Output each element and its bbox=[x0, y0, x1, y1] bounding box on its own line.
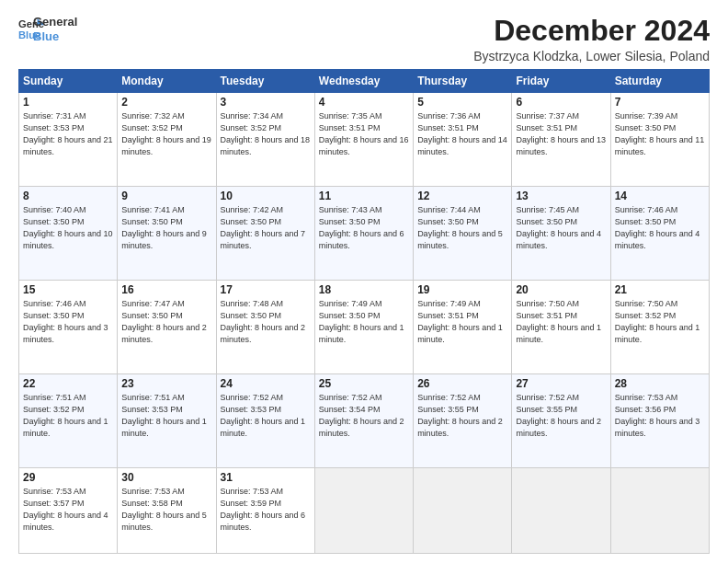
day-info: Sunrise: 7:51 AMSunset: 3:53 PMDaylight:… bbox=[121, 392, 211, 440]
table-row: 22 Sunrise: 7:51 AMSunset: 3:52 PMDaylig… bbox=[19, 373, 118, 467]
table-row: 3 Sunrise: 7:34 AMSunset: 3:52 PMDayligh… bbox=[216, 93, 314, 187]
month-title: December 2024 bbox=[473, 15, 710, 47]
table-row: 24 Sunrise: 7:52 AMSunset: 3:53 PMDaylig… bbox=[216, 373, 314, 467]
table-row bbox=[314, 467, 413, 553]
day-number: 18 bbox=[319, 283, 409, 296]
day-number: 20 bbox=[516, 283, 606, 296]
table-row: 23 Sunrise: 7:51 AMSunset: 3:53 PMDaylig… bbox=[118, 373, 216, 467]
table-row: 1 Sunrise: 7:31 AMSunset: 3:53 PMDayligh… bbox=[19, 93, 118, 187]
table-row: 31 Sunrise: 7:53 AMSunset: 3:59 PMDaylig… bbox=[216, 467, 314, 553]
page: General Blue General Blue December 2024 … bbox=[0, 0, 728, 563]
day-number: 9 bbox=[121, 190, 211, 202]
table-row: 29 Sunrise: 7:53 AMSunset: 3:57 PMDaylig… bbox=[19, 467, 118, 553]
day-number: 22 bbox=[23, 377, 113, 390]
table-row: 4 Sunrise: 7:35 AMSunset: 3:51 PMDayligh… bbox=[314, 93, 413, 187]
logo: General Blue General Blue bbox=[18, 15, 77, 43]
day-info: Sunrise: 7:53 AMSunset: 3:56 PMDaylight:… bbox=[615, 392, 705, 440]
day-number: 23 bbox=[121, 377, 211, 390]
day-info: Sunrise: 7:53 AMSunset: 3:57 PMDaylight:… bbox=[23, 486, 113, 534]
col-saturday: Saturday bbox=[610, 70, 709, 93]
day-info: Sunrise: 7:31 AMSunset: 3:53 PMDaylight:… bbox=[23, 110, 113, 158]
table-row: 10 Sunrise: 7:42 AMSunset: 3:50 PMDaylig… bbox=[216, 187, 314, 281]
day-number: 2 bbox=[121, 96, 211, 109]
day-number: 15 bbox=[23, 283, 113, 296]
logo-line1: General bbox=[33, 15, 77, 29]
col-thursday: Thursday bbox=[414, 70, 512, 93]
col-tuesday: Tuesday bbox=[216, 70, 314, 93]
day-number: 19 bbox=[417, 283, 507, 296]
col-wednesday: Wednesday bbox=[314, 70, 413, 93]
table-row: 19 Sunrise: 7:49 AMSunset: 3:51 PMDaylig… bbox=[414, 280, 512, 373]
calendar-header-row: Sunday Monday Tuesday Wednesday Thursday… bbox=[19, 70, 710, 93]
table-row: 2 Sunrise: 7:32 AMSunset: 3:52 PMDayligh… bbox=[118, 93, 216, 187]
day-info: Sunrise: 7:52 AMSunset: 3:53 PMDaylight:… bbox=[221, 392, 311, 440]
table-row: 15 Sunrise: 7:46 AMSunset: 3:50 PMDaylig… bbox=[19, 280, 118, 373]
day-number: 31 bbox=[221, 471, 311, 484]
table-row: 13 Sunrise: 7:45 AMSunset: 3:50 PMDaylig… bbox=[512, 187, 610, 281]
day-number: 6 bbox=[516, 96, 606, 109]
day-info: Sunrise: 7:42 AMSunset: 3:50 PMDaylight:… bbox=[221, 204, 311, 252]
day-info: Sunrise: 7:47 AMSunset: 3:50 PMDaylight:… bbox=[121, 298, 211, 346]
day-number: 1 bbox=[23, 96, 113, 109]
day-number: 10 bbox=[221, 190, 311, 202]
title-block: December 2024 Bystrzyca Klodzka, Lower S… bbox=[473, 15, 710, 63]
day-info: Sunrise: 7:52 AMSunset: 3:55 PMDaylight:… bbox=[516, 392, 606, 440]
day-info: Sunrise: 7:34 AMSunset: 3:52 PMDaylight:… bbox=[221, 110, 311, 158]
day-number: 26 bbox=[417, 377, 507, 390]
table-row: 8 Sunrise: 7:40 AMSunset: 3:50 PMDayligh… bbox=[19, 187, 118, 281]
day-info: Sunrise: 7:53 AMSunset: 3:58 PMDaylight:… bbox=[121, 486, 211, 534]
table-row: 11 Sunrise: 7:43 AMSunset: 3:50 PMDaylig… bbox=[314, 187, 413, 281]
day-info: Sunrise: 7:49 AMSunset: 3:50 PMDaylight:… bbox=[319, 298, 409, 346]
day-number: 24 bbox=[221, 377, 311, 390]
day-info: Sunrise: 7:50 AMSunset: 3:52 PMDaylight:… bbox=[615, 298, 705, 346]
table-row: 30 Sunrise: 7:53 AMSunset: 3:58 PMDaylig… bbox=[118, 467, 216, 553]
day-number: 13 bbox=[516, 190, 606, 202]
day-info: Sunrise: 7:40 AMSunset: 3:50 PMDaylight:… bbox=[23, 204, 113, 252]
header: General Blue General Blue December 2024 … bbox=[18, 15, 710, 63]
day-info: Sunrise: 7:48 AMSunset: 3:50 PMDaylight:… bbox=[221, 298, 311, 346]
day-number: 28 bbox=[615, 377, 705, 390]
table-row bbox=[414, 467, 512, 553]
day-number: 7 bbox=[615, 96, 705, 109]
table-row bbox=[610, 467, 709, 553]
day-info: Sunrise: 7:50 AMSunset: 3:51 PMDaylight:… bbox=[516, 298, 606, 346]
day-info: Sunrise: 7:46 AMSunset: 3:50 PMDaylight:… bbox=[23, 298, 113, 346]
day-info: Sunrise: 7:39 AMSunset: 3:50 PMDaylight:… bbox=[615, 110, 705, 158]
day-number: 12 bbox=[417, 190, 507, 202]
col-sunday: Sunday bbox=[19, 70, 118, 93]
day-info: Sunrise: 7:37 AMSunset: 3:51 PMDaylight:… bbox=[516, 110, 606, 158]
table-row: 16 Sunrise: 7:47 AMSunset: 3:50 PMDaylig… bbox=[118, 280, 216, 373]
table-row: 18 Sunrise: 7:49 AMSunset: 3:50 PMDaylig… bbox=[314, 280, 413, 373]
calendar-table: Sunday Monday Tuesday Wednesday Thursday… bbox=[18, 69, 710, 554]
day-info: Sunrise: 7:41 AMSunset: 3:50 PMDaylight:… bbox=[121, 204, 211, 252]
day-info: Sunrise: 7:46 AMSunset: 3:50 PMDaylight:… bbox=[615, 204, 705, 252]
day-info: Sunrise: 7:35 AMSunset: 3:51 PMDaylight:… bbox=[319, 110, 409, 158]
day-number: 14 bbox=[615, 190, 705, 202]
table-row: 26 Sunrise: 7:52 AMSunset: 3:55 PMDaylig… bbox=[414, 373, 512, 467]
table-row: 25 Sunrise: 7:52 AMSunset: 3:54 PMDaylig… bbox=[314, 373, 413, 467]
table-row: 7 Sunrise: 7:39 AMSunset: 3:50 PMDayligh… bbox=[610, 93, 709, 187]
table-row: 21 Sunrise: 7:50 AMSunset: 3:52 PMDaylig… bbox=[610, 280, 709, 373]
day-number: 8 bbox=[23, 190, 113, 202]
location-title: Bystrzyca Klodzka, Lower Silesia, Poland bbox=[473, 49, 710, 63]
day-number: 30 bbox=[121, 471, 211, 484]
day-info: Sunrise: 7:49 AMSunset: 3:51 PMDaylight:… bbox=[417, 298, 507, 346]
day-number: 17 bbox=[221, 283, 311, 296]
table-row: 14 Sunrise: 7:46 AMSunset: 3:50 PMDaylig… bbox=[610, 187, 709, 281]
col-friday: Friday bbox=[512, 70, 610, 93]
table-row: 12 Sunrise: 7:44 AMSunset: 3:50 PMDaylig… bbox=[414, 187, 512, 281]
day-info: Sunrise: 7:53 AMSunset: 3:59 PMDaylight:… bbox=[221, 486, 311, 534]
table-row bbox=[512, 467, 610, 553]
day-number: 29 bbox=[23, 471, 113, 484]
day-info: Sunrise: 7:44 AMSunset: 3:50 PMDaylight:… bbox=[417, 204, 507, 252]
day-info: Sunrise: 7:36 AMSunset: 3:51 PMDaylight:… bbox=[417, 110, 507, 158]
day-info: Sunrise: 7:52 AMSunset: 3:55 PMDaylight:… bbox=[417, 392, 507, 440]
day-number: 4 bbox=[319, 96, 409, 109]
day-number: 21 bbox=[615, 283, 705, 296]
table-row: 6 Sunrise: 7:37 AMSunset: 3:51 PMDayligh… bbox=[512, 93, 610, 187]
day-number: 27 bbox=[516, 377, 606, 390]
logo-line2: Blue bbox=[33, 29, 77, 44]
day-info: Sunrise: 7:51 AMSunset: 3:52 PMDaylight:… bbox=[23, 392, 113, 440]
day-number: 16 bbox=[121, 283, 211, 296]
table-row: 20 Sunrise: 7:50 AMSunset: 3:51 PMDaylig… bbox=[512, 280, 610, 373]
